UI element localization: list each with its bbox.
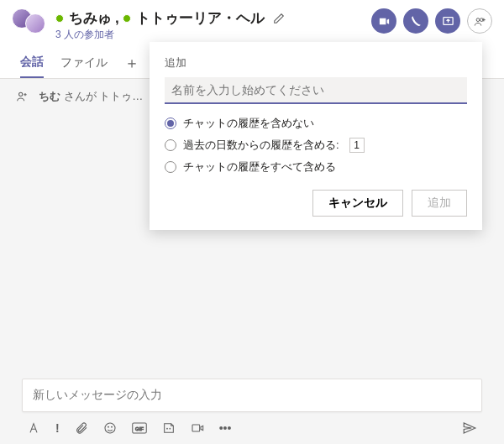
radio-option-none[interactable]: チャットの履歴を含めない <box>165 116 467 131</box>
participant-name: トトゥーリア・ヘル <box>136 8 265 28</box>
priority-icon[interactable]: ! <box>55 421 60 435</box>
participants-count[interactable]: 3 人の参加者 <box>55 28 371 42</box>
svg-point-9 <box>166 428 167 429</box>
header-actions <box>371 8 492 34</box>
audio-call-button[interactable] <box>403 8 428 34</box>
share-screen-button[interactable] <box>435 8 460 34</box>
history-radio-group: チャットの履歴を含めない 過去の日数からの履歴を含める: 1 チャットの履歴をす… <box>165 116 467 175</box>
format-icon[interactable] <box>27 421 40 435</box>
separator: , <box>115 10 119 27</box>
svg-point-1 <box>476 18 480 21</box>
radio-label: チャットの履歴をすべて含める <box>183 159 336 175</box>
more-icon[interactable]: ••• <box>219 421 232 435</box>
add-tab-button[interactable]: ＋ <box>124 53 139 73</box>
composer: 新しいメッセージの入力 ! GIF ••• <box>0 379 504 444</box>
svg-point-4 <box>105 423 115 433</box>
participant-name: ちみゅ <box>69 8 112 28</box>
radio-label: 過去の日数からの履歴を含める: <box>183 138 339 153</box>
sticker-icon[interactable] <box>162 421 176 435</box>
add-people-dialog: 追加 チャットの履歴を含めない 過去の日数からの履歴を含める: 1 チャットの履… <box>150 42 482 230</box>
person-add-icon <box>15 90 30 103</box>
attach-icon[interactable] <box>75 421 88 435</box>
compose-toolbar: ! GIF ••• <box>22 412 482 436</box>
system-msg-user: ちむ <box>39 90 60 102</box>
radio-icon <box>165 118 176 129</box>
radio-icon <box>165 139 176 151</box>
add-button: 追加 <box>412 190 467 217</box>
radio-option-all[interactable]: チャットの履歴をすべて含める <box>165 159 467 175</box>
days-input[interactable]: 1 <box>349 138 365 153</box>
presence-indicator <box>123 14 131 23</box>
video-call-button[interactable] <box>371 8 396 34</box>
system-msg-text: さんが トトゥ… <box>60 90 143 102</box>
edit-icon[interactable] <box>273 13 285 24</box>
svg-point-5 <box>108 426 108 427</box>
presence-indicator <box>55 14 64 23</box>
chat-header: ちみゅ, トトゥーリア・ヘル 3 人の参加者 <box>0 0 504 47</box>
compose-placeholder: 新しいメッセージの入力 <box>33 388 162 403</box>
avatar-stack <box>12 8 47 39</box>
dialog-actions: キャンセル 追加 <box>165 190 467 217</box>
dialog-title: 追加 <box>165 55 467 71</box>
svg-point-6 <box>111 426 112 427</box>
radio-label: チャットの履歴を含めない <box>183 116 314 131</box>
name-input[interactable] <box>165 77 467 104</box>
svg-point-10 <box>170 428 171 429</box>
cancel-button[interactable]: キャンセル <box>312 190 403 217</box>
tab-files[interactable]: ファイル <box>60 49 108 77</box>
compose-input[interactable]: 新しいメッセージの入力 <box>22 379 482 412</box>
meeting-icon[interactable] <box>191 421 204 435</box>
emoji-icon[interactable] <box>103 421 117 435</box>
svg-text:GIF: GIF <box>135 426 144 431</box>
send-button[interactable] <box>462 420 477 436</box>
svg-point-3 <box>19 92 23 96</box>
avatar <box>25 13 45 34</box>
tab-conversation[interactable]: 会話 <box>20 48 44 78</box>
title-block: ちみゅ, トトゥーリア・ヘル 3 人の参加者 <box>55 8 371 42</box>
svg-rect-11 <box>192 425 200 431</box>
gif-icon[interactable]: GIF <box>132 421 147 435</box>
add-people-button[interactable] <box>467 8 492 34</box>
radio-option-days[interactable]: 過去の日数からの履歴を含める: 1 <box>165 138 467 153</box>
radio-icon <box>165 161 176 173</box>
